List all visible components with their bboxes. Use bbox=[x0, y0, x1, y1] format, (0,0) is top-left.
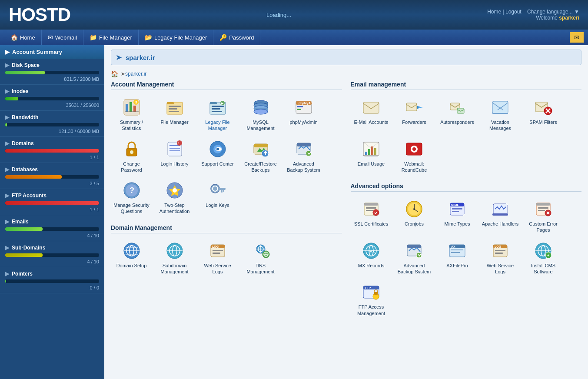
ftp-access-management-item[interactable]: FTP FTP AccessManagement bbox=[351, 279, 392, 319]
change-language-link[interactable]: Change language... bbox=[527, 9, 573, 15]
support-center-label: Support Center bbox=[201, 161, 234, 167]
sidebar-bandwidth: ▶ Bandwidth 121.30 / 60000 MB bbox=[0, 111, 104, 137]
vacation-messages-item[interactable]: VacationMessages bbox=[480, 94, 521, 134]
manage-security-questions-label: Manage SecurityQuestions bbox=[113, 202, 149, 215]
cronjobs-item[interactable]: Cronjobs bbox=[394, 196, 435, 236]
autoresponders-icon-img bbox=[448, 98, 467, 117]
change-password-item[interactable]: ChangePassword bbox=[111, 136, 152, 176]
nav-password[interactable]: 🔑 Password bbox=[213, 30, 260, 45]
mysql-item[interactable]: MySQLManagement bbox=[240, 94, 281, 134]
axfilepro-item[interactable]: AX AXFilePro bbox=[437, 238, 478, 278]
svg-text:LOG: LOG bbox=[495, 245, 502, 248]
mx-records-item[interactable]: MX MX Records bbox=[351, 238, 392, 278]
ssl-certificates-item[interactable]: SSL Certificates bbox=[351, 196, 392, 236]
svg-rect-144 bbox=[495, 253, 503, 254]
custom-error-pages-item[interactable]: Custom ErrorPages bbox=[523, 196, 564, 236]
web-service-logs-item[interactable]: LOG Web ServiceLogs bbox=[197, 238, 238, 278]
home-link[interactable]: Home bbox=[487, 9, 501, 15]
ftp-access-management-icon-img: FTP bbox=[362, 283, 381, 302]
vacation-messages-icon-img bbox=[491, 98, 510, 117]
phpmyadmin-item[interactable]: phpMyAdmin phpMyAdmin bbox=[283, 94, 324, 134]
svg-rect-106 bbox=[366, 207, 376, 209]
email-usage-item[interactable]: Email Usage bbox=[351, 136, 392, 176]
sidebar-ftp-title[interactable]: ▶ FTP Accounts bbox=[0, 189, 104, 200]
autoresponders-item[interactable]: Autoresponders bbox=[437, 94, 478, 134]
nav-mail-button[interactable]: ✉ bbox=[570, 32, 584, 43]
sidebar-pointers-title[interactable]: ▶ Pointers bbox=[0, 267, 104, 279]
sidebar-databases-title[interactable]: ▶ Databases bbox=[0, 163, 104, 174]
create-restore-backups-item[interactable]: Create/RestoreBackups bbox=[240, 136, 281, 176]
two-step-auth-icon-img bbox=[165, 181, 184, 200]
advanced-options-grid: SSL Certificates Cronjob bbox=[351, 196, 582, 319]
login-keys-item[interactable]: Login Keys bbox=[197, 177, 238, 217]
databases-stat: 3 / 5 bbox=[0, 180, 104, 189]
ssl-certificates-icon-img bbox=[362, 199, 381, 219]
advanced-backup-system-adv-item[interactable]: AdvancedBackup System bbox=[394, 238, 435, 278]
mx-records-label: MX Records bbox=[358, 263, 385, 269]
dns-management-item[interactable]: DNSManagement bbox=[240, 238, 281, 278]
sidebar-pointers: ▶ Pointers 0 / 0 bbox=[0, 267, 104, 293]
change-password-icon-img bbox=[122, 140, 141, 159]
nav-webmail[interactable]: ✉ Webmail bbox=[42, 30, 83, 45]
sidebar-emails-title[interactable]: ▶ Emails bbox=[0, 215, 104, 226]
custom-error-pages-label: Custom ErrorPages bbox=[529, 221, 557, 233]
domain-setup-item[interactable]: Domain Setup bbox=[111, 238, 152, 278]
email-management-grid: E-Mail Accounts Forwarders bbox=[351, 94, 582, 176]
email-usage-icon-img bbox=[362, 140, 381, 159]
subdomain-management-item[interactable]: SubdomainManagement bbox=[154, 238, 195, 278]
subdomain-management-icon-img bbox=[165, 241, 184, 260]
web-service-logs-adv-item[interactable]: LOG Web ServiceLogs bbox=[480, 238, 521, 278]
two-step-auth-item[interactable]: Two-StepAuthentication bbox=[154, 177, 195, 217]
summary-statistics-item[interactable]: S Summary /Statistics bbox=[111, 94, 152, 134]
svg-rect-107 bbox=[366, 210, 373, 211]
svg-rect-57 bbox=[219, 188, 226, 190]
main-layout: ▶ Account Summary ▶ Disk Space 831.5 / 2… bbox=[0, 45, 588, 379]
nav-file-manager[interactable]: 📁 File Manager bbox=[83, 30, 139, 45]
install-cms-icon-img: + bbox=[534, 241, 553, 260]
svg-rect-120 bbox=[492, 213, 508, 216]
svg-rect-58 bbox=[223, 190, 224, 192]
advanced-backup-icon-img bbox=[294, 140, 313, 159]
sidebar: ▶ Account Summary ▶ Disk Space 831.5 / 2… bbox=[0, 45, 104, 379]
spam-filters-item[interactable]: SPAM Filters bbox=[523, 94, 564, 134]
svg-rect-3 bbox=[133, 106, 136, 112]
login-history-item[interactable]: ! Login History bbox=[154, 136, 195, 176]
right-column: Email management E-Mail Accounts bbox=[351, 81, 582, 326]
sidebar-bandwidth-title[interactable]: ▶ Bandwidth bbox=[0, 111, 104, 122]
sidebar-ftp: ▶ FTP Accounts 1 / 1 bbox=[0, 189, 104, 215]
svg-rect-28 bbox=[297, 106, 303, 107]
create-restore-backups-label: Create/RestoreBackups bbox=[244, 161, 277, 173]
svg-marker-86 bbox=[419, 106, 423, 108]
email-accounts-item[interactable]: E-Mail Accounts bbox=[351, 94, 392, 134]
svg-rect-14 bbox=[212, 106, 224, 107]
advanced-backup-label: AdvancedBackup System bbox=[287, 161, 320, 173]
ssl-certificates-label: SSL Certificates bbox=[354, 221, 388, 227]
support-center-item[interactable]: Support Center bbox=[197, 136, 238, 176]
forwarders-item[interactable]: Forwarders bbox=[394, 94, 435, 134]
cronjobs-icon-img bbox=[405, 199, 424, 219]
account-management-title: Account Management bbox=[111, 81, 342, 90]
legacy-file-manager-item[interactable]: ▶ Legacy FileManager bbox=[197, 94, 238, 134]
create-restore-backups-icon-img bbox=[251, 140, 270, 159]
file-manager-item[interactable]: File Manager bbox=[154, 94, 195, 134]
nav-home[interactable]: 🏠 Home bbox=[4, 30, 42, 45]
email-usage-label: Email Usage bbox=[358, 161, 385, 167]
logout-link[interactable]: Logout bbox=[505, 9, 522, 15]
svg-text:LOG: LOG bbox=[212, 245, 219, 248]
install-cms-item[interactable]: + Install CMSSoftware bbox=[523, 238, 564, 278]
apache-handlers-item[interactable]: Apache Handlers bbox=[480, 196, 521, 236]
mime-types-item[interactable]: MIME Mime Types bbox=[437, 196, 478, 236]
sidebar-disk-space-title[interactable]: ▶ Disk Space bbox=[0, 59, 104, 70]
advanced-backup-item[interactable]: AdvancedBackup System bbox=[283, 136, 324, 176]
sidebar-subdomains: ▶ Sub-Domains 4 / 10 bbox=[0, 241, 104, 267]
breadcrumb-link[interactable]: sparker.ir bbox=[125, 71, 146, 77]
svg-rect-2 bbox=[130, 102, 132, 112]
spam-filters-label: SPAM Filters bbox=[529, 119, 557, 125]
svg-rect-105 bbox=[364, 203, 378, 206]
nav-legacy-file-manager[interactable]: 📂 Legacy File Manager bbox=[139, 30, 213, 45]
sidebar-subdomains-title[interactable]: ▶ Sub-Domains bbox=[0, 241, 104, 253]
sidebar-inodes-title[interactable]: ▶ Inodes bbox=[0, 85, 104, 96]
webmail-roundcube-item[interactable]: Webmail:RoundCube bbox=[394, 136, 435, 176]
manage-security-questions-item[interactable]: ? Manage SecurityQuestions bbox=[111, 177, 152, 217]
sidebar-domains-title[interactable]: ▶ Domains bbox=[0, 137, 104, 148]
